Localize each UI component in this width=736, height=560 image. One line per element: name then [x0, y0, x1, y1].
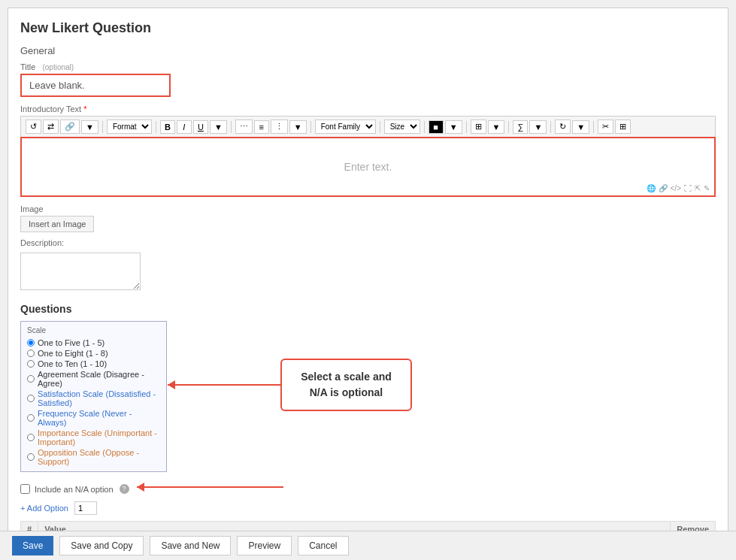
format-select[interactable]: Format: [107, 120, 152, 134]
optional-label: (optional): [42, 63, 74, 71]
toolbar-bold[interactable]: B: [160, 120, 175, 134]
save-button[interactable]: Save: [12, 536, 53, 555]
callout-arrow: [168, 384, 280, 386]
toolbar-history[interactable]: ↻: [555, 120, 571, 134]
editor-footer-icons: 🌐 🔗 </> ⛶ ⇱ ✎: [647, 184, 710, 192]
editor-icon-1: 🌐: [647, 184, 656, 192]
scale-option-opposition[interactable]: Opposition Scale (Oppose - Support): [27, 447, 160, 467]
toolbar-history-dropdown[interactable]: ▼: [572, 120, 589, 134]
editor-icon-4: ⛶: [684, 184, 692, 192]
description-textarea[interactable]: [20, 253, 141, 290]
toolbar-paste[interactable]: ⊞: [615, 120, 631, 134]
toolbar-divider-1: [102, 121, 103, 133]
editor-placeholder: Enter text.: [344, 161, 392, 173]
font-family-select[interactable]: Font Family: [315, 120, 376, 134]
add-option-row: + Add Option: [20, 501, 716, 515]
scale-option-frequency[interactable]: Frequency Scale (Never - Always): [27, 408, 160, 428]
toolbar-link-dropdown[interactable]: ▼: [81, 120, 98, 134]
save-copy-button[interactable]: Save and Copy: [59, 536, 144, 555]
footer-bar: Save Save and Copy Save and New Preview …: [0, 531, 736, 560]
text-editor[interactable]: Enter text. 🌐 🔗 </> ⛶ ⇱ ✎: [20, 137, 716, 197]
scale-label: Scale: [27, 326, 160, 334]
callout-text: Select a scale andN/A is optional: [301, 371, 392, 398]
questions-title: Questions: [20, 303, 716, 315]
nia-arrow: [137, 486, 283, 488]
toolbar-cut[interactable]: ✂: [598, 120, 613, 134]
toolbar-divider-7: [466, 121, 467, 133]
callout-arrow-container: Select a scale andN/A is optional: [168, 359, 412, 411]
scale-option-1to5[interactable]: One to Five (1 - 5): [27, 338, 160, 348]
scale-option-1to8[interactable]: One to Eight (1 - 8): [27, 348, 160, 359]
toolbar-divider-10: [593, 121, 594, 133]
toolbar-redo[interactable]: ⇄: [43, 120, 59, 134]
toolbar-undo[interactable]: ↺: [26, 120, 41, 134]
editor-icon-6: ✎: [704, 184, 710, 192]
description-label: Description:: [20, 238, 716, 247]
arrow-head: [168, 380, 175, 389]
nia-row: Include an N/A option ?: [20, 478, 716, 494]
save-new-button[interactable]: Save and New: [150, 536, 231, 555]
title-input[interactable]: [20, 74, 171, 97]
toolbar-align-left[interactable]: ⋯: [235, 120, 253, 134]
page-title: New Likert Question: [20, 20, 716, 36]
insert-image-button[interactable]: Insert an Image: [20, 216, 94, 232]
add-option-input[interactable]: [74, 501, 97, 515]
cancel-button[interactable]: Cancel: [298, 536, 348, 555]
toolbar-divider-6: [424, 121, 425, 133]
title-field-label: Title (optional): [20, 62, 716, 71]
nia-arrow-head: [137, 483, 144, 492]
scale-option-agreement[interactable]: Agreement Scale (Disagree - Agree): [27, 369, 160, 389]
toolbar-color-dropdown[interactable]: ▼: [445, 120, 462, 134]
toolbar-divider-8: [508, 121, 509, 133]
description-section: Description:: [20, 238, 716, 292]
toolbar-divider-3: [231, 121, 232, 133]
toolbar-formula[interactable]: ∑: [513, 120, 528, 134]
toolbar-color[interactable]: ■: [429, 120, 444, 134]
toolbar-table[interactable]: ⊞: [471, 120, 486, 134]
toolbar-italic[interactable]: I: [177, 120, 192, 134]
nia-checkbox-container: Include an N/A option ?: [20, 484, 129, 494]
add-option-label[interactable]: + Add Option: [20, 504, 68, 513]
toolbar-list-dropdown[interactable]: ▼: [289, 120, 307, 134]
callout-text-box: Select a scale andN/A is optional: [280, 359, 412, 411]
toolbar-divider-5: [380, 121, 380, 133]
toolbar-formula-dropdown[interactable]: ▼: [529, 120, 547, 134]
general-section-label: General: [20, 45, 716, 56]
toolbar-table-dropdown[interactable]: ▼: [488, 120, 505, 134]
scale-option-1to10[interactable]: One to Ten (1 - 10): [27, 359, 160, 369]
scale-option-importance[interactable]: Importance Scale (Unimportant - Importan…: [27, 428, 160, 447]
preview-button[interactable]: Preview: [237, 536, 292, 555]
editor-icon-2: 🔗: [659, 184, 668, 192]
toolbar-divider-4: [310, 121, 311, 133]
introductory-text-label: Introductory Text *: [20, 104, 716, 114]
editor-toolbar: ↺ ⇄ 🔗 ▼ Format B I U ▼ ⋯ ≡ ⋮ ▼ Font Fami…: [20, 116, 716, 137]
questions-section: Questions Scale One to Five (1 - 5) One …: [20, 303, 716, 560]
toolbar-divider-9: [550, 121, 551, 133]
toolbar-align-center[interactable]: ≡: [254, 120, 269, 134]
toolbar-divider-2: [156, 121, 156, 133]
toolbar-text-dropdown[interactable]: ▼: [210, 120, 227, 134]
editor-icon-5: ⇱: [695, 184, 701, 192]
toolbar-align-right[interactable]: ⋮: [271, 120, 288, 134]
scale-option-satisfaction[interactable]: Satisfaction Scale (Dissatisfied - Satis…: [27, 389, 160, 408]
image-section: Image Insert an Image: [20, 204, 716, 232]
editor-icon-3: </>: [671, 184, 681, 192]
toolbar-link[interactable]: 🔗: [60, 120, 80, 134]
image-label: Image: [20, 204, 716, 213]
nia-checkbox[interactable]: [20, 484, 30, 494]
toolbar-underline[interactable]: U: [193, 120, 208, 134]
nia-help-icon[interactable]: ?: [120, 484, 129, 494]
nia-label: Include an N/A option: [35, 485, 114, 494]
font-size-select[interactable]: Size: [384, 120, 420, 134]
scale-box: Scale One to Five (1 - 5) One to Eight (…: [20, 321, 167, 472]
